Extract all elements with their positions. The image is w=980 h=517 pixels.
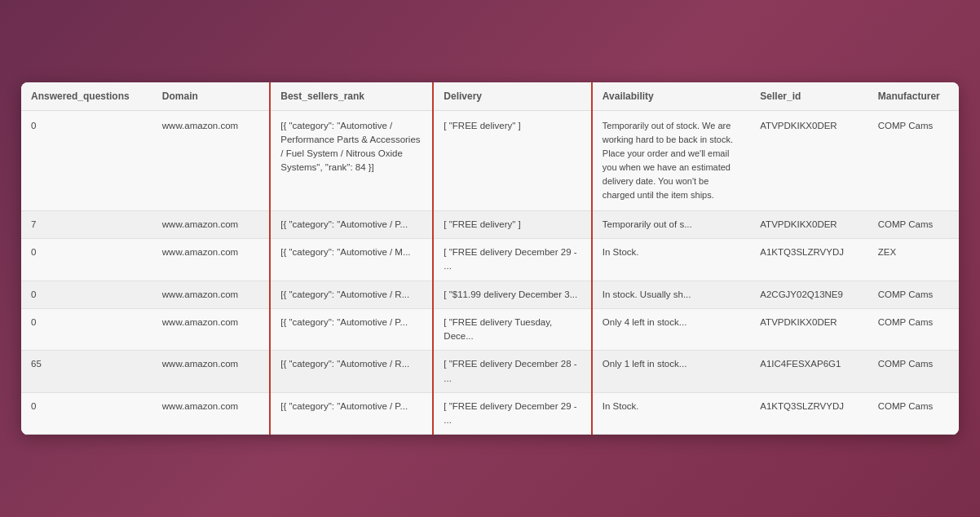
cell-answered-questions: 7 [21, 210, 152, 238]
cell-manufacturer: COMP Cams [868, 308, 959, 351]
cell-delivery: [ "$11.99 delivery December 3... [433, 281, 591, 308]
cell-seller-id: ATVPDKIKX0DER [750, 210, 867, 238]
header-seller-id: Seller_id [750, 82, 867, 111]
table-row: 0www.amazon.com[{ "category": "Automotiv… [21, 110, 959, 210]
cell-availability: In Stock. [592, 239, 750, 281]
cell-best-sellers-rank: [{ "category": "Automotive / P... [270, 392, 433, 435]
cell-answered-questions: 65 [21, 351, 152, 393]
cell-answered-questions: 0 [21, 392, 152, 435]
header-manufacturer: Manufacturer [868, 82, 959, 111]
cell-answered-questions: 0 [21, 308, 152, 351]
header-best-sellers-rank: Best_sellers_rank [270, 82, 433, 111]
cell-availability: Only 4 left in stock... [592, 308, 750, 351]
cell-availability: Temporarily out of s... [592, 210, 750, 238]
cell-best-sellers-rank: [{ "category": "Automotive / P... [270, 308, 433, 351]
table-header-row: Answered_questions Domain Best_sellers_r… [21, 82, 959, 111]
cell-manufacturer: COMP Cams [868, 110, 959, 210]
cell-seller-id: A1KTQ3SLZRVYDJ [750, 392, 867, 435]
cell-best-sellers-rank: [{ "category": "Automotive / R... [270, 351, 433, 393]
cell-domain: www.amazon.com [152, 308, 270, 351]
cell-domain: www.amazon.com [152, 281, 270, 308]
data-table: Answered_questions Domain Best_sellers_r… [21, 82, 959, 435]
cell-answered-questions: 0 [21, 110, 152, 210]
cell-manufacturer: COMP Cams [868, 210, 959, 238]
header-availability: Availability [592, 82, 750, 111]
cell-delivery: [ "FREE delivery December 28 - ... [433, 351, 591, 393]
cell-domain: www.amazon.com [152, 110, 270, 210]
table-row: 0www.amazon.com[{ "category": "Automotiv… [21, 281, 959, 308]
header-answered-questions: Answered_questions [21, 82, 152, 111]
cell-seller-id: A2CGJY02Q13NE9 [750, 281, 867, 308]
cell-best-sellers-rank: [{ "category": "Automotive / Performance… [270, 110, 433, 210]
cell-domain: www.amazon.com [152, 239, 270, 281]
table-row: 65www.amazon.com[{ "category": "Automoti… [21, 351, 959, 393]
cell-delivery: [ "FREE delivery Tuesday, Dece... [433, 308, 591, 351]
cell-domain: www.amazon.com [152, 210, 270, 238]
cell-seller-id: ATVPDKIKX0DER [750, 110, 867, 210]
cell-manufacturer: COMP Cams [868, 392, 959, 435]
cell-availability: Temporarily out of stock. We are working… [592, 110, 750, 210]
cell-availability: In stock. Usually sh... [592, 281, 750, 308]
cell-manufacturer: ZEX [868, 239, 959, 281]
cell-best-sellers-rank: [{ "category": "Automotive / R... [270, 281, 433, 308]
header-delivery: Delivery [433, 82, 591, 111]
cell-domain: www.amazon.com [152, 351, 270, 393]
cell-delivery: [ "FREE delivery" ] [433, 110, 591, 210]
cell-delivery: [ "FREE delivery December 29 - ... [433, 239, 591, 281]
header-domain: Domain [152, 82, 270, 111]
cell-best-sellers-rank: [{ "category": "Automotive / M... [270, 239, 433, 281]
cell-delivery: [ "FREE delivery" ] [433, 210, 591, 238]
cell-seller-id: A1KTQ3SLZRVYDJ [750, 239, 867, 281]
cell-seller-id: A1IC4FESXAP6G1 [750, 351, 867, 393]
cell-delivery: [ "FREE delivery December 29 - ... [433, 392, 591, 435]
cell-best-sellers-rank: [{ "category": "Automotive / P... [270, 210, 433, 238]
table-row: 0www.amazon.com[{ "category": "Automotiv… [21, 392, 959, 435]
cell-domain: www.amazon.com [152, 392, 270, 435]
table-row: 7www.amazon.com[{ "category": "Automotiv… [21, 210, 959, 238]
cell-answered-questions: 0 [21, 239, 152, 281]
cell-availability: Only 1 left in stock... [592, 351, 750, 393]
cell-manufacturer: COMP Cams [868, 281, 959, 308]
cell-manufacturer: COMP Cams [868, 351, 959, 393]
cell-answered-questions: 0 [21, 281, 152, 308]
cell-seller-id: ATVPDKIKX0DER [750, 308, 867, 351]
table-row: 0www.amazon.com[{ "category": "Automotiv… [21, 308, 959, 351]
cell-availability: In Stock. [592, 392, 750, 435]
table-row: 0www.amazon.com[{ "category": "Automotiv… [21, 239, 959, 281]
